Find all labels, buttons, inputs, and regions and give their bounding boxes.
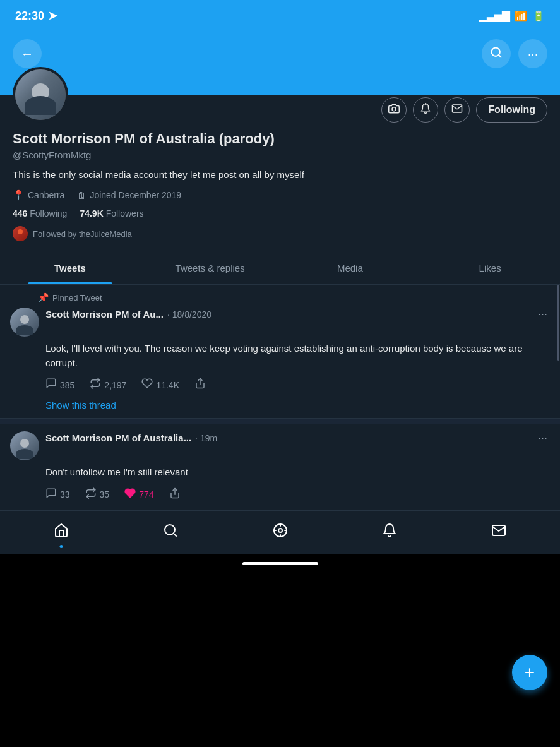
followers-label: Followers — [106, 208, 144, 218]
tweet-header-2: Scott Morrison PM of Australia... · 19m … — [10, 431, 550, 460]
share-icon-2 — [169, 487, 181, 502]
tweet-header-1: Scott Morrison PM of Au... · 18/8/2020 ·… — [10, 308, 550, 337]
camera-icon — [388, 103, 400, 117]
like-action-1[interactable]: 11.4K — [141, 378, 179, 392]
tabs-bar: Tweets Tweets & replies Media Likes — [0, 251, 560, 285]
heart-icon-1 — [141, 378, 153, 392]
tweet-avatar-2[interactable] — [10, 431, 39, 460]
more-options-button[interactable]: ··· — [518, 39, 547, 68]
follower-avatar — [13, 226, 28, 241]
phone-container: 22:30 ➤ ▁▃▅▇ 📶 🔋 ← ··· — [0, 0, 560, 747]
pinned-label: 📌 Pinned Tweet — [10, 292, 550, 302]
following-stat[interactable]: 446 Following — [13, 208, 67, 218]
calendar-icon: 🗓 — [77, 190, 86, 201]
nav-right-actions: ··· — [482, 39, 547, 68]
signal-icon: ▁▃▅▇ — [479, 10, 509, 22]
tweet-name-1: Scott Morrison PM of Au... — [45, 309, 164, 320]
show-thread-link[interactable]: Show this thread — [45, 400, 550, 410]
tab-likes[interactable]: Likes — [420, 251, 560, 284]
location-meta: 📍 Canberra — [13, 189, 64, 201]
share-action-1[interactable] — [194, 378, 206, 392]
message-button[interactable] — [444, 97, 470, 123]
profile-meta: 📍 Canberra 🗓 Joined December 2019 — [13, 189, 547, 201]
search-button[interactable] — [482, 39, 511, 68]
heart-icon-2 — [124, 487, 136, 502]
content-area: 📌 Pinned Tweet Scott Morrison PM of Au..… — [0, 285, 560, 510]
tab-tweets-replies[interactable]: Tweets & replies — [140, 251, 280, 284]
home-indicator — [0, 554, 560, 573]
tab-media[interactable]: Media — [280, 251, 420, 284]
nav-search[interactable] — [116, 511, 225, 554]
profile-bio: This is the only social media account th… — [13, 168, 547, 182]
status-right: ▁▃▅▇ 📶 🔋 — [479, 10, 545, 22]
profile-header-bg — [0, 76, 560, 95]
reply-action-1[interactable]: 385 — [45, 378, 74, 392]
followers-stat[interactable]: 74.9K Followers — [80, 208, 143, 218]
share-action-2[interactable] — [169, 487, 181, 502]
svg-line-1 — [499, 54, 501, 57]
reply-action-2[interactable]: 33 — [45, 487, 70, 502]
followed-by-text: Followed by theJuiceMedia — [33, 229, 132, 239]
location-icon: 📍 — [13, 189, 25, 201]
bell-plus-icon — [420, 103, 431, 117]
home-bar — [242, 562, 318, 565]
tweet-divider — [0, 419, 560, 424]
bottom-nav — [0, 510, 560, 554]
back-button[interactable]: ← — [13, 39, 42, 68]
header-nav: ← ··· — [0, 32, 560, 76]
joined-meta: 🗓 Joined December 2019 — [77, 190, 181, 201]
following-button[interactable]: Following — [476, 97, 547, 123]
back-icon: ← — [21, 47, 33, 61]
tweet-avatar-1[interactable] — [10, 308, 39, 337]
retweet-icon-1 — [90, 378, 101, 392]
retweet-action-1[interactable]: 2,197 — [90, 378, 126, 392]
nav-messages[interactable] — [444, 511, 554, 554]
profile-name: Scott Morrison PM of Australia (parody) — [13, 130, 547, 148]
following-count: 446 — [13, 208, 27, 218]
tweet-more-1[interactable]: ··· — [535, 308, 550, 321]
compose-fab[interactable]: + — [512, 655, 547, 690]
reply-icon-1 — [45, 378, 57, 392]
scroll-indicator — [557, 285, 560, 510]
avatar-image — [15, 69, 66, 120]
plus-icon: + — [525, 662, 535, 683]
tweet-date-2: · 19m — [195, 433, 217, 443]
profile-handle: @ScottyFromMktg — [13, 150, 547, 160]
like-count-1: 11.4K — [156, 380, 179, 390]
tweet-actions-2: 33 35 — [45, 487, 550, 502]
followers-count: 74.9K — [80, 208, 103, 218]
profile-avatar — [13, 67, 68, 123]
nav-spaces[interactable] — [225, 511, 335, 554]
like-action-2[interactable]: 774 — [124, 487, 153, 502]
notification-bell-button[interactable] — [413, 97, 438, 123]
reply-icon-2 — [45, 487, 57, 502]
time-display: 22:30 — [15, 9, 44, 23]
nav-notifications[interactable] — [335, 511, 444, 554]
location-text: Canberra — [28, 190, 64, 200]
pin-icon: 📌 — [38, 292, 49, 302]
reply-count-1: 385 — [60, 380, 74, 390]
retweet-icon-2 — [85, 487, 97, 502]
mail-icon — [451, 103, 463, 117]
pinned-tweet: 📌 Pinned Tweet Scott Morrison PM of Au..… — [0, 285, 560, 419]
nav-home[interactable] — [6, 511, 116, 554]
retweet-action-2[interactable]: 35 — [85, 487, 110, 502]
tab-tweets[interactable]: Tweets — [0, 251, 140, 284]
like-count-2: 774 — [139, 489, 153, 499]
tweet-date-1: · 18/8/2020 — [167, 309, 211, 320]
avatar-row: Following — [13, 95, 547, 123]
camera-button[interactable] — [381, 97, 407, 123]
tweet-more-2[interactable]: ··· — [535, 431, 550, 445]
tweet-actions-1: 385 2,197 — [45, 378, 550, 392]
following-label: Following — [30, 208, 67, 218]
bell-nav-icon — [382, 523, 397, 542]
battery-icon: 🔋 — [532, 10, 545, 22]
search-icon — [490, 46, 503, 62]
svg-line-9 — [174, 534, 176, 536]
mail-nav-icon — [491, 523, 506, 542]
home-icon — [54, 523, 69, 542]
tweet-content-1: Look, I'll level with you. The reason we… — [45, 342, 550, 370]
location-arrow-icon: ➤ — [48, 9, 57, 23]
retweet-count-2: 35 — [100, 489, 110, 499]
svg-point-11 — [278, 529, 282, 532]
